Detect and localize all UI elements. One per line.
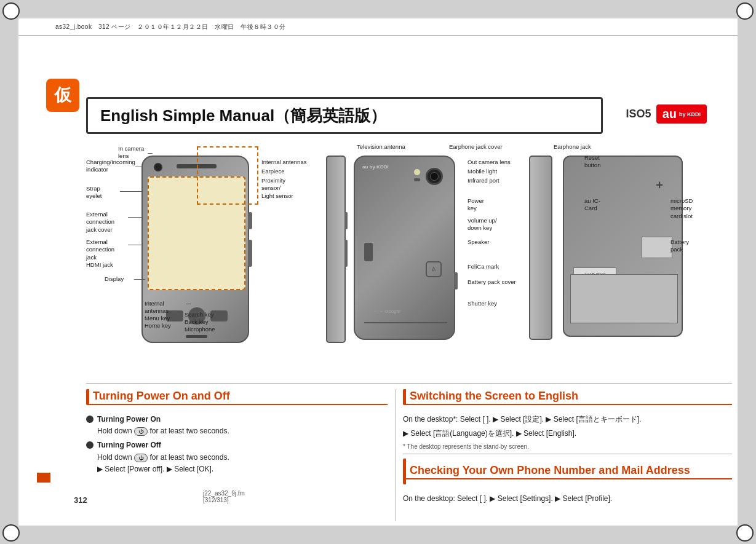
title-banner: English Simple Manual（簡易英語版） [86, 97, 603, 134]
corner-mark-br [736, 524, 754, 542]
switching-body1: On the desktop*: Select [ ]. ▶ Select [設… [403, 414, 732, 425]
checking-body: On the desktop: Select [ ]. ▶ Select [Se… [403, 489, 732, 505]
label-battery: Batterypack [670, 238, 689, 254]
label-charging: Charging/Incomingindicator [86, 159, 135, 174]
label-battery-cover: Battery pack cover [468, 278, 516, 286]
shutter-key-btn [454, 272, 458, 290]
checking-body-text: On the desktop: Select [ ]. ▶ Select [Se… [403, 493, 732, 505]
kari-text: 仮 [54, 84, 71, 107]
line-strap [120, 191, 142, 192]
turning-power-section: Turning Power On and Off Turning Power O… [86, 389, 388, 475]
side-power [344, 212, 348, 229]
felica-icon: ᕕ [426, 261, 442, 277]
label-earphone-cover: Earphone jack cover [449, 143, 503, 151]
label-menu: Menu key [145, 315, 170, 322]
main-content: 仮 English Simple Manual（簡易英語版） ISO5 au b… [18, 36, 738, 526]
infrared-port [414, 178, 420, 181]
power-off-dot [86, 441, 94, 449]
label-int-ant-top: Internal antennas [261, 159, 306, 166]
volume-key-side [248, 240, 252, 267]
right-divider [403, 454, 732, 454]
iso-label: ISO5 [626, 108, 651, 120]
logo-area: ISO5 au by KDDI [626, 104, 707, 124]
power-on-heading: Turning Power On [97, 415, 161, 424]
title-text: English Simple Manual（簡易英語版） [100, 105, 386, 127]
label-outcamera: Out camera lens [468, 159, 511, 166]
google-logo: ←→ Google [373, 309, 400, 314]
switching-footnote: * The desktop represents the stand-by sc… [403, 442, 732, 452]
side-volume [344, 240, 348, 267]
corner-mark-tl [2, 2, 20, 20]
power-off-body2: ▶ Select [Power off]. ▶ Select [OK]. [97, 465, 213, 473]
line-int-ant-bot [186, 304, 191, 304]
label-au-ic: au IC-Card [584, 197, 600, 213]
line-extjack2 [128, 245, 141, 245]
footer-page: [312/313] [203, 497, 229, 503]
label-strap: Strapeyelet [86, 185, 101, 200]
label-mic: Microphone [185, 326, 215, 333]
checking-number-section: Checking Your Own Phone Number and Mail … [403, 459, 732, 507]
label-earpiece: Earpiece [261, 168, 285, 175]
label-mobile-light: Mobile light [468, 168, 497, 175]
line-extjack [128, 217, 141, 218]
label-earphone-jack: Earphone jack [554, 143, 591, 151]
switching-screen-section: Switching the Screen to English On the d… [403, 389, 732, 454]
header-text: as32_j.book 312 ページ ２０１０年１２月２２日 水曜日 午後８時… [55, 23, 286, 31]
japanese-side-tab: 簡易英語 [37, 473, 50, 483]
mobile-light [414, 169, 420, 175]
au-text: au [662, 107, 677, 121]
phone-far-side [529, 156, 552, 340]
label-back: Back key [185, 318, 209, 326]
power-icon2: ⏻ [134, 454, 148, 462]
label-int-antenna-bottom: Internalantennas [145, 300, 169, 315]
power-on-bullet: Turning Power On Hold down ⏻ for at leas… [86, 414, 388, 437]
corner-mark-tr [736, 2, 754, 20]
phone-side-view [326, 156, 346, 343]
by-kddi-text: by KDDI [679, 111, 701, 117]
au-brand-back: au by KDDI [362, 164, 389, 170]
label-incamera: In cameralens [118, 145, 144, 160]
turning-power-title: Turning Power On and Off [89, 390, 388, 405]
label-shutter: Shutter key [468, 300, 497, 307]
charge-port [186, 335, 207, 338]
power-off-body1: Hold down ⏻ for at least two seconds. [97, 453, 229, 462]
label-felica: FeliCa mark [468, 263, 499, 270]
power-off-content: Turning Power Off Hold down ⏻ for at lea… [97, 440, 229, 475]
label-display: Display [105, 275, 124, 283]
switching-header: Switching the Screen to English [403, 389, 732, 405]
label-home: Home key [145, 322, 171, 329]
power-off-heading: Turning Power Off [97, 441, 161, 449]
corner-mark-bl [2, 524, 20, 542]
power-key-side [248, 212, 252, 229]
footer-filename: j22_as32_9j.fm [203, 490, 245, 497]
switching-title: Switching the Screen to English [406, 390, 732, 405]
label-proximity: Proximitysensor/Light sensor [261, 177, 293, 200]
label-reset: Resetbutton [584, 154, 600, 170]
power-on-content: Turning Power On Hold down ⏻ for at leas… [97, 414, 229, 437]
camera-inner [430, 172, 439, 181]
label-tv-ant: Television antenna [357, 143, 405, 151]
line-incamera [148, 153, 153, 154]
label-infrared: Infrared port [468, 177, 499, 184]
diagram-area: Charging/Incomingindicator Strapeyelet I… [86, 143, 726, 377]
battery-line [364, 322, 447, 323]
power-icon: ⏻ [134, 427, 148, 436]
battery-pack-area [570, 274, 678, 323]
label-extjack-cover: Externalconnectionjack cover [86, 211, 114, 234]
power-on-body: Hold down ⏻ for at least two seconds. [97, 427, 229, 435]
microsd-slot [642, 237, 672, 258]
label-speaker: Speaker [468, 238, 489, 246]
switching-body2: ▶ Select [言語(Language)を選択]. ▶ Select [En… [403, 428, 732, 440]
label-volume: Volume up/down key [468, 217, 497, 232]
page-number: 312 [74, 495, 87, 505]
power-on-dot [86, 416, 94, 423]
label-extjack: ExternalconnectionjackHDMI jack [86, 238, 114, 269]
front-camera-lens [154, 163, 162, 171]
turning-power-header: Turning Power On and Off [86, 389, 388, 405]
vertical-divider [396, 389, 396, 521]
kari-stamp: 仮 [46, 79, 79, 112]
line-display [134, 279, 145, 280]
top-header: as32_j.book 312 ページ ２０１０年１２月２２日 水曜日 午後８時… [18, 18, 738, 36]
switching-body: On the desktop*: Select [ ]. ▶ Select [設… [403, 410, 732, 452]
checking-header: Checking Your Own Phone Number and Mail … [403, 459, 732, 484]
